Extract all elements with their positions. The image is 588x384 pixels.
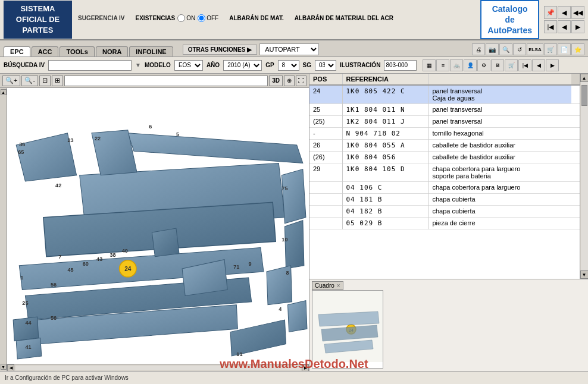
svg-text:24: 24 [124,266,132,272]
svg-text:5: 5 [176,131,179,137]
tab-infoline[interactable]: INFOLINE [129,46,173,56]
bike-icon-btn[interactable]: 🚲 [450,59,463,71]
svg-text:7: 7 [58,254,61,260]
col-den-header [429,74,571,85]
cart2-icon-btn[interactable]: 🛒 [505,59,518,71]
table-row[interactable]: 05 029 B pieza de cierre [309,218,580,229]
fullscreen-btn[interactable]: ⛶ [296,75,306,86]
3d-btn[interactable]: 3D [269,75,283,86]
svg-text:22: 22 [95,136,101,141]
grid-icon-btn[interactable]: ▦ [423,59,436,71]
svg-text:43: 43 [96,256,102,262]
zoom-in-btn[interactable]: 🔍+ [2,75,20,86]
table-row[interactable]: 26 1K0 804 055 A caballete de bastidor a… [309,140,580,152]
v-scroll-down-btn[interactable]: ▼ [580,270,589,279]
star-icon-btn[interactable]: ⭐ [571,43,584,55]
table-row[interactable]: - N 904 718 02 tornillo hexagonal [309,128,580,140]
ref-cell: 04 181 B [342,194,429,206]
last-nav-btn[interactable]: ▶ [546,59,559,71]
tab-epc[interactable]: EPC [4,46,30,56]
table-row[interactable]: (25) 1K2 804 011 J panel transversal [309,116,580,128]
sugerencia-label: SUGERENCIA IV [78,15,125,21]
last-icon-btn[interactable]: ▶ [571,20,584,33]
table-row[interactable]: 29 1K0 804 105 D chapa cobertora para la… [309,163,580,182]
model-select[interactable]: EOS [174,60,203,71]
svg-text:9: 9 [249,261,252,267]
table-row[interactable]: 24 1K0 805 422 C panel transversalCaja d… [309,85,580,104]
busqueda-input[interactable] [48,60,132,71]
zoom-fit-btn[interactable]: ⊡ [39,75,51,86]
svg-text:42: 42 [55,182,61,188]
pc-icon-btn[interactable]: 🖥 [491,59,504,71]
svg-text:11: 11 [236,351,242,357]
pos-cell: 24 [309,85,342,104]
svg-text:4: 4 [279,306,282,312]
pos-cell: 26 [309,140,342,152]
back2-icon-btn[interactable]: ◀◀ [571,6,584,19]
zoom-out-btn[interactable]: 🔍- [21,75,38,86]
off-radio[interactable] [198,14,205,22]
search2-icon-btn[interactable]: 🔍 [499,43,512,55]
year-select[interactable]: 2010 (A) [223,60,262,71]
scroll-down-btn[interactable]: ▼ [1,364,7,370]
table-row[interactable]: 25 1K1 804 011 N panel transversal [309,104,580,116]
v-scroll-up-btn[interactable]: ▲ [580,74,589,82]
refresh-icon-btn[interactable]: ↺ [513,43,526,55]
zoom-reset-btn[interactable]: ⊞ [52,75,63,86]
cam-icon-btn[interactable]: 📷 [486,43,499,55]
table-row[interactable]: 04 182 B chapa cubierta [309,206,580,218]
ref-cell: 1K0 805 422 C [342,85,429,104]
prev-icon-btn[interactable]: ◀ [558,20,571,33]
sg-select[interactable]: 03 [315,60,336,71]
person-icon-btn[interactable]: 👤 [464,59,477,71]
settings-icon-btn[interactable]: ⚙ [477,59,490,71]
thumbnail-close-btn[interactable]: × [337,282,340,289]
tab-acc[interactable]: ACC [32,46,59,56]
table-row[interactable]: 04 106 C chapa cobertora para larguero [309,182,580,194]
ilustracion-input[interactable] [384,60,417,71]
tab-nora[interactable]: NORA [96,46,128,56]
ilustracion-label: ILUSTRACIÓN [340,62,380,68]
autopart-select[interactable]: AUTOPART [259,43,319,55]
back-icon-btn[interactable]: ◀ [558,6,571,19]
busqueda-label: BÚSQUEDA IV [4,62,45,68]
h-scroll-left-btn[interactable]: ◀ [7,364,14,372]
svg-text:56: 56 [51,282,57,288]
table-row[interactable]: (26) 1K0 804 056 caballete de bastidor a… [309,152,580,163]
svg-text:8: 8 [286,270,289,276]
search-diagram-input[interactable] [64,75,268,86]
den-cell: panel transversal [429,116,571,128]
thumbnail-image[interactable]: 24 [312,290,383,369]
gp-select[interactable]: 8 [278,60,299,71]
tab-tools[interactable]: TOOLs [60,46,94,56]
otras-funciones-btn[interactable]: OTRAS FUNCIONES ▶ [183,45,257,55]
pin-icon-btn[interactable]: 📌 [544,6,557,19]
albaran-mat-label: ALBARÁN DE MAT. [229,15,283,21]
h-scroll-right-btn[interactable]: ▶ [302,364,309,372]
status-text: Ir a Configuración de PC para activar Wi… [5,374,129,381]
logo-box: SISTEMA OFICIAL DE PARTES [4,1,72,39]
ref-cell: 1K0 804 105 D [342,163,429,182]
prev-nav-btn[interactable]: ◀ [532,59,545,71]
ref-cell: 04 182 B [342,206,429,218]
print-icon-btn[interactable]: 🖨 [472,43,485,55]
list-icon-btn[interactable]: ≡ [436,59,449,71]
svg-text:6: 6 [149,124,152,130]
expand-btn[interactable]: ⊕ [284,75,295,86]
table-row[interactable]: 04 181 B chapa cubierta [309,194,580,206]
on-radio[interactable] [177,14,185,22]
elsa-icon-btn[interactable]: ELSA [527,43,543,55]
cart-icon-btn[interactable]: 🛒 [544,43,557,55]
den-cell: tornillo hexagonal [429,128,571,140]
pos-cell: - [309,128,342,140]
first-nav-btn[interactable]: |◀ [518,59,531,71]
doc-icon-btn[interactable]: 📄 [558,43,571,55]
diagram-area[interactable]: ▲ ▼ [0,88,309,371]
svg-text:75: 75 [282,185,287,191]
ano-label: AÑO [207,62,220,68]
ref-cell: 1K1 804 011 N [342,104,429,116]
scroll-up-btn[interactable]: ▲ [1,89,7,95]
first-icon-btn[interactable]: |◀ [544,20,557,33]
svg-text:56: 56 [51,315,57,321]
pos-cell [309,206,342,218]
